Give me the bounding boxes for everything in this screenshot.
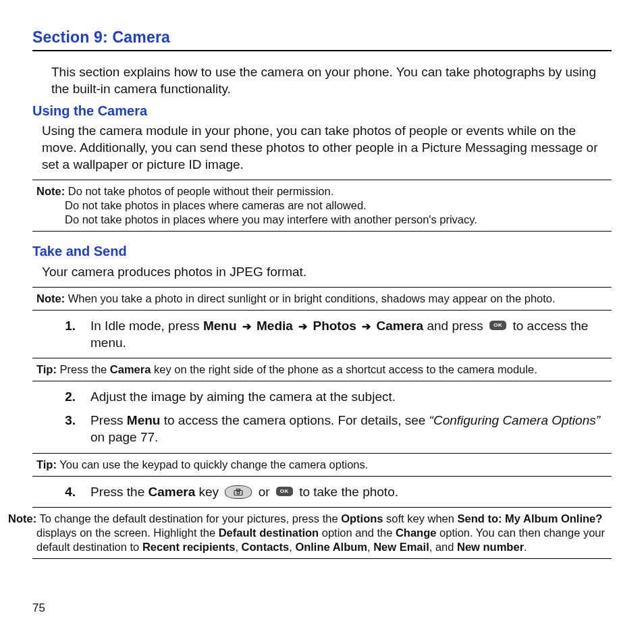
step-4: 4. Press the Camera key or OK to take th… bbox=[49, 483, 612, 500]
ok-button-icon: OK bbox=[489, 321, 506, 330]
divider bbox=[32, 231, 612, 232]
text: , bbox=[289, 541, 295, 553]
step-2: 2. Adjust the image by aiming the camera… bbox=[49, 388, 612, 405]
using-camera-body: Using the camera module in your phone, y… bbox=[32, 122, 612, 173]
text: To change the default destination for yo… bbox=[39, 512, 341, 525]
note-default-destination: Note: To change the default destination … bbox=[32, 507, 612, 559]
note-permissions: Note: Do not take photos of people witho… bbox=[32, 180, 612, 232]
text: displays on the screen. Highlight the bbox=[36, 527, 219, 539]
text: , bbox=[235, 541, 241, 553]
cross-reference: “Configuring Camera Options” bbox=[429, 413, 600, 427]
note-label: Note: bbox=[36, 185, 65, 197]
note-line2: Do not take photos in places where camer… bbox=[36, 198, 608, 213]
default-destination-label: Default destination bbox=[219, 527, 319, 539]
camera-hardware-key-icon bbox=[225, 485, 252, 499]
text: Press the bbox=[90, 485, 149, 499]
note-line3: Do not take photos in places where you m… bbox=[36, 213, 608, 227]
contacts-label: Contacts bbox=[242, 541, 290, 553]
text: Press the bbox=[60, 363, 110, 375]
menu-key-label: Menu bbox=[127, 413, 161, 427]
text: to access the camera options. For detail… bbox=[160, 413, 429, 427]
camera-key-label: Camera bbox=[110, 363, 151, 375]
tip-camera-shortcut: Tip: Press the Camera key on the right s… bbox=[32, 358, 612, 381]
section-title: Section 9: Camera bbox=[32, 27, 612, 47]
text: key bbox=[195, 485, 222, 499]
text: , and bbox=[429, 541, 457, 553]
text: on page 77. bbox=[90, 430, 158, 444]
tip-label: Tip: bbox=[36, 458, 57, 471]
text: option and the bbox=[319, 527, 396, 539]
manual-page: Section 9: Camera This section explains … bbox=[0, 0, 644, 644]
tip-text: You can use the keypad to quickly change… bbox=[59, 458, 368, 471]
steps-block-c: 4. Press the Camera key or OK to take th… bbox=[32, 483, 612, 500]
divider bbox=[32, 558, 612, 559]
text: soft key when bbox=[383, 512, 457, 525]
steps-block-a: 1. In Idle mode, press Menu ➔ Media ➔ Ph… bbox=[32, 317, 612, 351]
steps-block-b: 2. Adjust the image by aiming the camera… bbox=[32, 388, 612, 446]
text: to take the photo. bbox=[299, 485, 398, 499]
text: and press bbox=[427, 319, 487, 333]
step-text: Adjust the image by aiming the camera at… bbox=[90, 388, 396, 405]
text: In Idle mode, press bbox=[90, 319, 203, 333]
take-send-body: Your camera produces photos in JPEG form… bbox=[32, 263, 612, 280]
step-number: 1. bbox=[49, 317, 76, 334]
text: or bbox=[259, 485, 273, 499]
note-label: Note: bbox=[8, 512, 36, 525]
divider bbox=[32, 180, 612, 180]
divider bbox=[32, 310, 612, 311]
media-key-label: Media bbox=[257, 319, 293, 333]
note-text: When you take a photo in direct sunlight… bbox=[68, 292, 556, 304]
step-number: 3. bbox=[49, 412, 76, 429]
arrow-icon: ➔ bbox=[240, 321, 253, 332]
step-number: 2. bbox=[49, 388, 76, 405]
divider bbox=[32, 476, 612, 477]
arrow-icon: ➔ bbox=[296, 321, 309, 332]
note-sunlight: Note: When you take a photo in direct su… bbox=[32, 287, 612, 311]
divider bbox=[32, 381, 612, 381]
step-number: 4. bbox=[49, 483, 76, 500]
svg-rect-1 bbox=[237, 489, 240, 491]
tip-keypad: Tip: You can use the keypad to quickly c… bbox=[32, 453, 612, 477]
arrow-icon: ➔ bbox=[360, 321, 373, 332]
new-email-label: New Email bbox=[373, 541, 429, 553]
divider bbox=[32, 358, 612, 358]
new-number-label: New number bbox=[457, 541, 524, 553]
note-line1: Do not take photos of people without the… bbox=[68, 185, 333, 197]
tip-label: Tip: bbox=[36, 363, 57, 375]
photos-key-label: Photos bbox=[313, 319, 356, 333]
online-album-label: Online Album bbox=[295, 541, 367, 553]
step-1: 1. In Idle mode, press Menu ➔ Media ➔ Ph… bbox=[49, 317, 612, 351]
step-3: 3. Press Menu to access the camera optio… bbox=[49, 412, 612, 446]
camera-key-label: Camera bbox=[149, 485, 196, 499]
divider bbox=[32, 287, 612, 288]
divider bbox=[32, 507, 612, 508]
text: key on the right side of the phone as a … bbox=[151, 363, 537, 375]
change-label: Change bbox=[396, 527, 437, 539]
ok-button-icon: OK bbox=[276, 487, 293, 496]
recent-recipients-label: Recent recipients bbox=[142, 541, 236, 553]
page-number: 75 bbox=[32, 601, 45, 616]
text: . bbox=[524, 541, 527, 553]
section-intro: This section explains how to use the cam… bbox=[32, 63, 612, 97]
menu-key-label: Menu bbox=[203, 319, 237, 333]
title-divider bbox=[32, 50, 612, 51]
text: , bbox=[367, 541, 373, 553]
divider bbox=[32, 453, 612, 454]
using-camera-heading: Using the Camera bbox=[32, 102, 612, 119]
text: Press bbox=[90, 413, 127, 427]
take-send-heading: Take and Send bbox=[32, 242, 612, 260]
svg-point-2 bbox=[237, 491, 240, 493]
camera-key-label: Camera bbox=[376, 319, 423, 333]
options-key-label: Options bbox=[341, 512, 383, 525]
note-label: Note: bbox=[36, 292, 65, 304]
sendto-label: Send to: My Album Online? bbox=[458, 512, 603, 525]
